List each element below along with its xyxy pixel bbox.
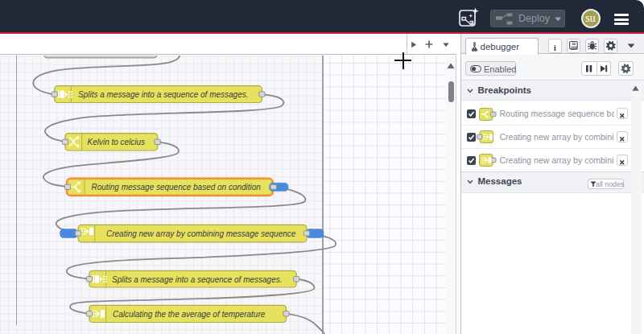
svg-text:Creating new array by combinin: Creating new array by combining message …	[106, 229, 296, 237]
svg-text:Kelvin to celcius: Kelvin to celcius	[88, 138, 146, 146]
svg-text:Routing message sequence based: Routing message sequence based on condit…	[92, 183, 262, 192]
svg-text:Splits a message into a sequen: Splits a message into a sequence of mess…	[78, 90, 248, 99]
svg-text:Calculating the the average of: Calculating the the average of temperatu…	[113, 309, 266, 318]
svg-text:Splits a message into a sequen: Splits a message into a sequence of mess…	[112, 274, 282, 283]
